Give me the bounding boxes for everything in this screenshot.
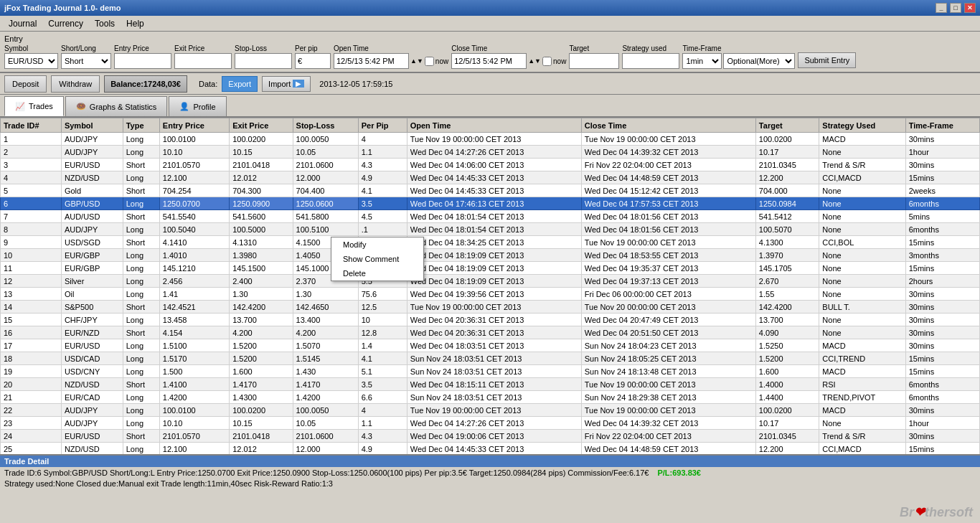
tab-trades[interactable]: 📈 Trades xyxy=(4,96,64,116)
withdraw-button[interactable]: Withdraw xyxy=(51,75,100,93)
table-cell: Wed Dec 04 14:48:59 CET 2013 xyxy=(581,443,755,455)
close-button[interactable]: ✕ xyxy=(964,3,976,13)
window-controls[interactable]: _ □ ✕ xyxy=(936,3,976,13)
table-cell: Fri Nov 22 02:04:00 CET 2013 xyxy=(581,159,755,171)
table-row[interactable]: 4NZD/USDLong12.10012.01212.0004.9Wed Dec… xyxy=(1,171,980,184)
per-pip-input[interactable] xyxy=(295,53,331,69)
ctx-show-comment[interactable]: Show Comment xyxy=(331,252,423,266)
table-row[interactable]: 9USD/SGDShort4.14104.13104.1500.4Wed Dec… xyxy=(1,236,980,249)
open-spinner[interactable]: ▲▼ xyxy=(410,57,423,65)
table-cell: Tue Nov 19 00:00:00 CET 2013 xyxy=(407,301,581,314)
table-cell: Wed Dec 04 20:36:31 CET 2013 xyxy=(407,326,581,339)
table-cell: Wed Dec 04 14:45:33 CET 2013 xyxy=(407,171,581,184)
tab-profile[interactable]: 👤 Profile xyxy=(169,96,226,116)
table-row[interactable]: 18USD/CADLong1.51701.52001.51454.1Sun No… xyxy=(1,352,980,365)
symbol-select[interactable]: EUR/USD GBP/USD xyxy=(4,53,58,69)
table-cell: 100.0200 xyxy=(230,133,293,146)
timeframe-select[interactable]: 1min5mins15mins xyxy=(682,53,722,69)
table-cell: Long xyxy=(123,197,159,210)
table-row[interactable]: 13OilLong1.411.301.3075.6Wed Dec 04 19:3… xyxy=(1,288,980,301)
target-input[interactable] xyxy=(569,53,619,69)
short-long-select[interactable]: Short Long xyxy=(61,53,111,69)
table-row[interactable]: 14S&P500Short142.4521142.4200142.465012.… xyxy=(1,301,980,314)
table-row[interactable]: 10EUR/GBPLong1.40101.39801.40502.6Wed De… xyxy=(1,249,980,262)
table-row[interactable]: 24EUR/USDShort2101.05702101.04182101.060… xyxy=(1,430,980,443)
strategy-input[interactable] xyxy=(622,53,679,69)
table-cell: Short xyxy=(123,430,159,443)
deposit-button[interactable]: Deposit xyxy=(4,75,47,93)
col-strategy: Strategy Used xyxy=(819,118,905,133)
table-row[interactable]: 16EUR/NZDShort4.1544.2004.20012.8Wed Dec… xyxy=(1,326,980,339)
table-cell: Wed Dec 04 14:39:32 CET 2013 xyxy=(581,146,755,159)
submit-entry-button[interactable]: Submit Entry xyxy=(798,52,856,68)
import-button[interactable]: Import ▶ xyxy=(262,76,311,92)
table-cell: 1.5250 xyxy=(755,339,819,352)
table-cell: 10.05 xyxy=(293,417,358,430)
import-icon: ▶ xyxy=(293,80,304,88)
table-row[interactable]: 17EUR/USDLong1.51001.52001.50701.4Wed De… xyxy=(1,339,980,352)
trade-detail-info: Trade ID:6 Symbol:GBP/USD Short/Long:L E… xyxy=(4,468,649,477)
export-button[interactable]: Export xyxy=(222,76,258,92)
table-row[interactable]: 21EUR/CADLong1.42001.43001.42006.6Sun No… xyxy=(1,391,980,404)
table-cell: 1250.0984 xyxy=(755,197,819,210)
table-cell: 4.154 xyxy=(159,326,229,339)
entry-price-input[interactable] xyxy=(114,53,171,69)
table-row[interactable]: 15CHF/JPYLong13.45813.70013.40010Wed Dec… xyxy=(1,314,980,326)
table-cell: 13.400 xyxy=(293,314,358,326)
open-time-input[interactable] xyxy=(334,53,409,69)
close-spinner[interactable]: ▲▼ xyxy=(528,57,541,65)
table-row[interactable]: 2AUD/JPYLong10.1010.1510.051.1Wed Dec 04… xyxy=(1,146,980,159)
menu-tools[interactable]: Tools xyxy=(89,17,121,30)
stop-loss-input[interactable] xyxy=(235,53,292,69)
optional-select[interactable]: Optional(More) xyxy=(723,53,795,69)
menu-help[interactable]: Help xyxy=(121,17,150,30)
table-row[interactable]: 3EUR/USDShort2101.05702101.04182101.0600… xyxy=(1,159,980,171)
table-cell: 2101.0345 xyxy=(755,159,819,171)
menu-journal[interactable]: Journal xyxy=(3,17,42,30)
tab-profile-label: Profile xyxy=(193,103,215,111)
maximize-button[interactable]: □ xyxy=(950,3,961,13)
ctx-modify[interactable]: Modify xyxy=(331,237,423,252)
table-cell: Tue Nov 19 00:00:00 CET 2013 xyxy=(581,404,755,417)
table-cell: 1.4170 xyxy=(293,378,358,391)
table-cell: BULL T. xyxy=(819,301,905,314)
table-row[interactable]: 8AUD/JPYLong100.5040100.5000100.5100.1We… xyxy=(1,223,980,236)
menu-currency[interactable]: Currency xyxy=(42,17,89,30)
minimize-button[interactable]: _ xyxy=(936,3,947,13)
table-row[interactable]: 12SilverLong2.4562.4002.3705.5Wed Dec 04… xyxy=(1,275,980,288)
table-cell: 1hour xyxy=(905,146,979,159)
table-row[interactable]: 11EUR/GBPLong145.1210145.1500145.100016.… xyxy=(1,262,980,275)
table-container[interactable]: Trade ID# Symbol Type Entry Price Exit P… xyxy=(0,118,980,454)
table-row[interactable]: 1AUD/JPYLong100.0100100.0200100.00504Tue… xyxy=(1,133,980,146)
table-row[interactable]: 19USD/CNYLong1.5001.6001.4305.1Sun Nov 2… xyxy=(1,365,980,378)
close-time-label: Close Time xyxy=(451,44,566,52)
open-time-group: Open Time ▲▼ now xyxy=(334,44,448,69)
table-cell: 1.5200 xyxy=(230,352,293,365)
table-row[interactable]: 5GoldShort704.254704.300704.4004.1Wed De… xyxy=(1,184,980,197)
table-cell: 6months xyxy=(905,197,979,210)
table-cell: Wed Dec 04 14:45:33 CET 2013 xyxy=(407,443,581,455)
table-row[interactable]: 23AUD/JPYLong10.1010.1510.051.1Wed Dec 0… xyxy=(1,417,980,430)
table-row[interactable]: 7AUD/USDShort541.5540541.5600541.58004.5… xyxy=(1,210,980,223)
table-cell: 75.6 xyxy=(358,288,407,301)
open-now-checkbox[interactable] xyxy=(425,57,434,66)
table-cell: EUR/GBP xyxy=(61,249,123,262)
table-cell: Wed Dec 04 14:45:33 CET 2013 xyxy=(407,184,581,197)
close-time-input[interactable] xyxy=(451,53,527,69)
table-row[interactable]: 6GBP/USDLong1250.07001250.09001250.06003… xyxy=(1,197,980,210)
table-row[interactable]: 25NZD/USDLong12.10012.01212.0004.9Wed De… xyxy=(1,443,980,455)
table-cell: NZD/USD xyxy=(61,443,123,455)
short-long-group: Short/Long Short Long xyxy=(61,44,111,69)
exit-price-input[interactable] xyxy=(174,53,232,69)
tab-graphs[interactable]: 🍩 Graphs & Statistics xyxy=(65,96,168,116)
table-cell: Gold xyxy=(61,184,123,197)
table-cell: 12.012 xyxy=(230,171,293,184)
table-cell: Wed Dec 04 18:53:55 CET 2013 xyxy=(581,249,755,262)
table-cell: 100.0200 xyxy=(230,404,293,417)
exit-price-label: Exit Price xyxy=(174,44,232,52)
context-menu: Modify Show Comment Delete xyxy=(331,237,424,281)
table-row[interactable]: 20NZD/USDShort1.41001.41701.41703.5Wed D… xyxy=(1,378,980,391)
ctx-delete[interactable]: Delete xyxy=(331,266,423,281)
table-row[interactable]: 22AUD/JPYLong100.0100100.0200100.00504Tu… xyxy=(1,404,980,417)
close-now-checkbox[interactable] xyxy=(542,57,552,66)
